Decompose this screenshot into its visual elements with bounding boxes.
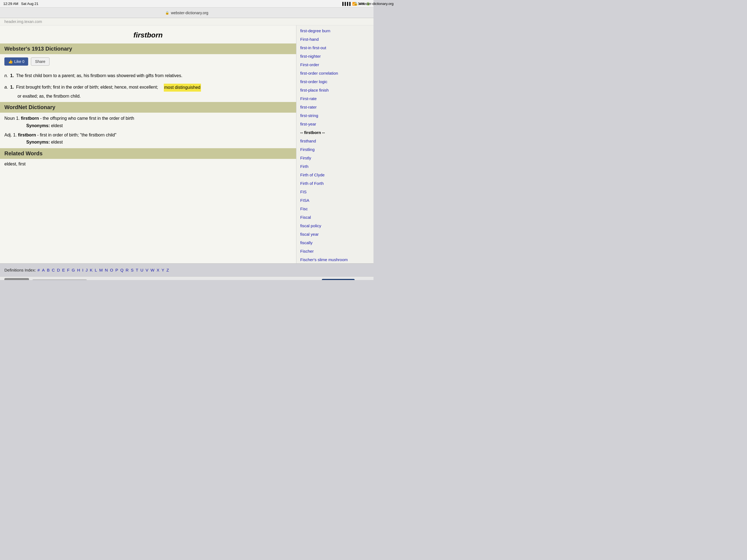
wordnet-adj-entry: Adj. 1. firstborn - first in order of bi… [0, 130, 296, 148]
sidebar-item[interactable]: first-place finish [297, 86, 374, 94]
index-letter-j[interactable]: J [85, 268, 88, 272]
sidebar-item[interactable]: Fischer's slime mushroom [297, 255, 374, 263]
index-letter-q[interactable]: Q [120, 268, 124, 272]
sidebar-item[interactable]: Firth of Forth [297, 179, 374, 187]
sidebar-item[interactable]: first-nighter [297, 52, 374, 60]
sidebar-item[interactable]: first-year [297, 120, 374, 128]
like-button[interactable]: 👍 Like 0 [4, 57, 28, 66]
time: 12:29 AM [3, 2, 18, 6]
sidebar-item[interactable]: FISA [297, 196, 374, 205]
index-letter-z[interactable]: Z [166, 268, 169, 272]
sidebar-item[interactable]: Fisc [297, 205, 374, 213]
index-label: Definitions Index: [4, 268, 36, 272]
definition-adj: a. 1. First brought forth; first in the … [0, 81, 296, 101]
ad-bar: ▶ ✕ [0, 276, 374, 280]
pos-n: n. [4, 72, 8, 79]
status-left: 12:29 AM Sat Aug 21 [3, 2, 38, 6]
index-letters: #ABCDEFGHIJKLMNOPQRSTUVWXYZ [37, 268, 169, 272]
index-letter-l[interactable]: L [95, 268, 97, 272]
sidebar-item[interactable]: first-order logic [297, 77, 374, 86]
index-letter-r[interactable]: R [126, 268, 129, 272]
index-letter-e[interactable]: E [62, 268, 65, 272]
index-letter-s[interactable]: S [131, 268, 133, 272]
sidebar-item[interactable]: Firstly [297, 154, 374, 162]
def-num-a1: 1. [10, 84, 14, 91]
sidebar: first-degree burnFirst-handfirst-in firs… [297, 25, 374, 263]
ad-image [4, 278, 29, 280]
sidebar-item[interactable]: fiscal policy [297, 222, 374, 230]
sidebar-item[interactable]: -- firstborn -- [297, 128, 374, 137]
sidebar-item[interactable]: first-string [297, 111, 374, 120]
wn-pos-adj: Adj. [4, 133, 12, 137]
sidebar-item[interactable]: first-in first-out [297, 44, 374, 52]
sidebar-item[interactable]: first-order correlation [297, 69, 374, 77]
ad-cta[interactable] [322, 279, 355, 280]
thumbs-up-icon: 👍 [8, 59, 13, 64]
highlighted-text: most distinguished [164, 84, 201, 91]
sidebar-item[interactable]: FIS [297, 187, 374, 196]
wordnet-section-header: WordNet Dictionary [0, 102, 296, 113]
definitions-index: Definitions Index: #ABCDEFGHIJKLMNOPQRST… [0, 263, 374, 276]
index-letter-f[interactable]: F [67, 268, 70, 272]
index-letter-o[interactable]: O [110, 268, 113, 272]
status-url: 🔒 webster-dictionary.org [354, 2, 374, 6]
index-letter-p[interactable]: P [115, 268, 118, 272]
index-letter-w[interactable]: W [150, 268, 154, 272]
index-letter-x[interactable]: X [157, 268, 159, 272]
sidebar-item[interactable]: Fiscal [297, 213, 374, 222]
sidebar-item[interactable]: fiscally [297, 238, 374, 247]
index-letter-#[interactable]: # [37, 268, 40, 272]
wordnet-noun-entry: Noun 1. firstborn - the offspring who ca… [0, 113, 296, 130]
index-letter-a[interactable]: A [42, 268, 45, 272]
lock-icon: 🔒 [354, 2, 358, 6]
sidebar-item[interactable]: fiscal year [297, 230, 374, 238]
index-letter-c[interactable]: C [52, 268, 55, 272]
index-letter-k[interactable]: K [90, 268, 93, 272]
browser-bar: 🔒 webster-dictionary.org [0, 8, 374, 18]
syn-values-noun: eldest [51, 123, 63, 128]
sidebar-item[interactable]: First-rate [297, 94, 374, 103]
syn-label-noun: Synonyms: [26, 123, 50, 128]
sidebar-item[interactable]: Fischer [297, 247, 374, 255]
websters-section-header: Webster's 1913 Dictionary [0, 44, 296, 54]
wn-word-noun: firstborn [21, 116, 39, 121]
related-words-content: eldest, first [0, 159, 296, 169]
index-letter-t[interactable]: T [136, 268, 138, 272]
share-button[interactable]: Share [31, 57, 49, 66]
syn-label-adj: Synonyms: [26, 140, 50, 144]
wn-def-adj: - first in order of birth; "the firstbor… [37, 133, 117, 137]
index-letter-i[interactable]: I [82, 268, 83, 272]
date: Sat Aug 21 [21, 2, 38, 6]
index-letter-b[interactable]: B [47, 268, 50, 272]
pos-a: a. [4, 84, 8, 91]
sidebar-item[interactable]: Firth [297, 162, 374, 171]
index-letter-y[interactable]: Y [162, 268, 164, 272]
wn-num-1: 1. [16, 116, 21, 121]
breadcrumb-bar: header.img.texan.com [0, 18, 374, 25]
def-num-1: 1. [10, 72, 14, 79]
word-title: firstborn [0, 25, 296, 44]
main-content: firstborn Webster's 1913 Dictionary 👍 Li… [0, 25, 297, 263]
sidebar-item[interactable]: first-rater [297, 103, 374, 111]
index-letter-h[interactable]: H [77, 268, 80, 272]
sidebar-item[interactable]: firsthand [297, 137, 374, 145]
sidebar-item[interactable]: Firstling [297, 145, 374, 154]
index-letter-g[interactable]: G [72, 268, 75, 272]
sidebar-item[interactable]: First-hand [297, 35, 374, 44]
index-letter-n[interactable]: N [105, 268, 108, 272]
ad-text [32, 279, 87, 280]
index-letter-u[interactable]: U [140, 268, 144, 272]
status-bar: 12:29 AM Sat Aug 21 🔒 webster-dictionary… [0, 0, 374, 8]
fb-buttons-area: 👍 Like 0 Share [0, 54, 296, 66]
syn-values-adj: eldest [51, 140, 63, 144]
wn-word-adj: firstborn [18, 133, 36, 137]
definition-noun: n. 1. The first child born to a parent; … [0, 70, 296, 81]
index-letter-m[interactable]: M [99, 268, 103, 272]
sidebar-item[interactable]: first-degree burn [297, 27, 374, 35]
sidebar-item[interactable]: Firth of Clyde [297, 171, 374, 179]
browser-lock-icon: 🔒 [165, 11, 169, 15]
sidebar-item[interactable]: First-order [297, 60, 374, 69]
wn-num-adj: 1. [13, 133, 18, 137]
index-letter-v[interactable]: V [146, 268, 148, 272]
index-letter-d[interactable]: D [57, 268, 60, 272]
